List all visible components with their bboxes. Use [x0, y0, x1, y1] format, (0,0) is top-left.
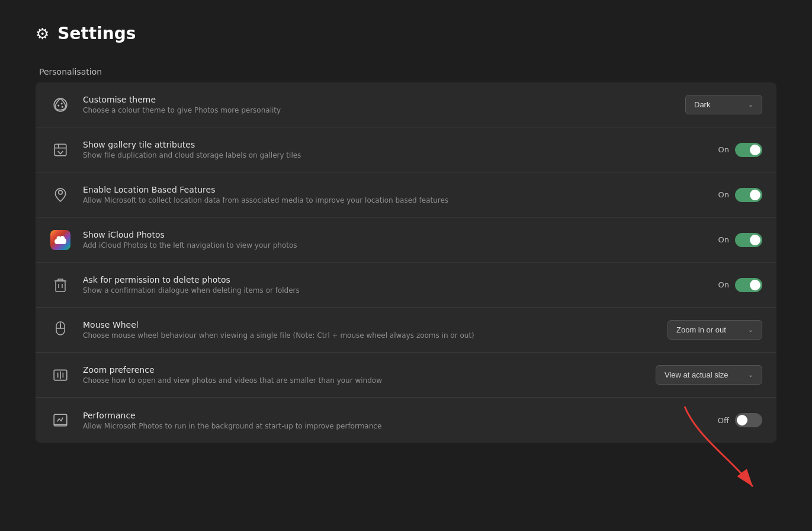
- gallery-toggle[interactable]: [735, 143, 762, 157]
- gear-icon: ⚙: [36, 25, 49, 43]
- zoom-text: Zoom preference Choose how to open and v…: [83, 365, 644, 385]
- location-description: Allow Microsoft to collect location data…: [83, 196, 707, 204]
- section-title: Personalisation: [36, 67, 776, 76]
- performance-toggle[interactable]: [735, 413, 762, 427]
- mouse-dropdown[interactable]: Zoom in or out ⌄: [667, 320, 762, 340]
- gallery-title: Show gallery tile attributes: [83, 140, 707, 149]
- performance-text: Performance Allow Microsoft Photos to ru…: [83, 411, 706, 430]
- row-mouse-wheel: Mouse Wheel Choose mouse wheel behaviour…: [36, 308, 776, 353]
- icloud-toggle-thumb: [750, 235, 760, 245]
- svg-rect-6: [56, 281, 65, 292]
- row-zoom-preference: Zoom preference Choose how to open and v…: [36, 353, 776, 398]
- icloud-icon: [50, 229, 71, 251]
- performance-description: Allow Microsoft Photos to run in the bac…: [83, 422, 706, 430]
- performance-toggle-label: Off: [718, 416, 729, 425]
- delete-control: On: [718, 278, 762, 292]
- gallery-toggle-label: On: [718, 145, 729, 154]
- zoom-dropdown[interactable]: View at actual size ⌄: [656, 365, 762, 385]
- icloud-logo: [50, 230, 70, 250]
- svg-point-2: [61, 103, 63, 104]
- location-text: Enable Location Based Features Allow Mic…: [83, 185, 707, 204]
- location-icon: [50, 184, 71, 206]
- row-icloud: Show iCloud Photos Add iCloud Photos to …: [36, 217, 776, 263]
- row-location: Enable Location Based Features Allow Mic…: [36, 172, 776, 217]
- icloud-toggle-label: On: [718, 235, 729, 244]
- zoom-title: Zoom preference: [83, 365, 644, 375]
- delete-title: Ask for permission to delete photos: [83, 275, 707, 284]
- location-toggle-thumb: [750, 190, 760, 200]
- page-header: ⚙ Settings: [36, 24, 776, 43]
- performance-title: Performance: [83, 411, 706, 420]
- settings-list: Customise theme Choose a colour theme to…: [36, 82, 776, 443]
- location-control: On: [718, 188, 762, 202]
- location-title: Enable Location Based Features: [83, 185, 707, 194]
- location-toggle[interactable]: [735, 188, 762, 202]
- gallery-description: Show file duplication and cloud storage …: [83, 151, 707, 159]
- delete-icon: [50, 274, 71, 296]
- delete-text: Ask for permission to delete photos Show…: [83, 275, 707, 295]
- row-customise-theme: Customise theme Choose a colour theme to…: [36, 82, 776, 127]
- row-delete-permission: Ask for permission to delete photos Show…: [36, 263, 776, 308]
- delete-toggle-thumb: [750, 280, 760, 290]
- performance-control: Off: [718, 413, 762, 427]
- theme-title: Customise theme: [83, 95, 673, 104]
- icloud-toggle[interactable]: [735, 233, 762, 247]
- gallery-icon: [50, 139, 71, 161]
- theme-dropdown[interactable]: Dark ⌄: [685, 95, 762, 114]
- zoom-chevron-icon: ⌄: [748, 371, 753, 379]
- performance-toggle-thumb: [737, 415, 747, 426]
- theme-description: Choose a colour theme to give Photos mor…: [83, 106, 673, 114]
- zoom-control: View at actual size ⌄: [656, 365, 762, 385]
- performance-icon: [50, 410, 71, 431]
- page-title: Settings: [57, 24, 136, 43]
- location-toggle-label: On: [718, 190, 729, 199]
- icloud-title: Show iCloud Photos: [83, 230, 707, 239]
- personalisation-section: Personalisation Customise theme Choose a…: [36, 67, 776, 443]
- svg-point-5: [59, 190, 63, 194]
- icloud-description: Add iCloud Photos to the left navigation…: [83, 241, 707, 249]
- row-performance: Performance Allow Microsoft Photos to ru…: [36, 398, 776, 443]
- mouse-chevron-icon: ⌄: [748, 326, 753, 334]
- mouse-icon: [50, 319, 71, 341]
- delete-description: Show a confirmation dialogue when deleti…: [83, 286, 707, 295]
- mouse-description: Choose mouse wheel behaviour when viewin…: [83, 331, 656, 340]
- mouse-text: Mouse Wheel Choose mouse wheel behaviour…: [83, 320, 656, 340]
- theme-text: Customise theme Choose a colour theme to…: [83, 95, 673, 114]
- delete-toggle-label: On: [718, 280, 729, 289]
- zoom-description: Choose how to open and view photos and v…: [83, 376, 644, 385]
- settings-page: ⚙ Settings Personalisation Customise: [0, 0, 812, 466]
- gallery-text: Show gallery tile attributes Show file d…: [83, 140, 707, 159]
- svg-point-1: [57, 104, 59, 106]
- theme-control: Dark ⌄: [685, 95, 762, 114]
- mouse-control: Zoom in or out ⌄: [667, 320, 762, 340]
- theme-icon: [50, 94, 71, 116]
- icloud-control: On: [718, 233, 762, 247]
- chevron-down-icon: ⌄: [748, 101, 753, 108]
- icloud-text: Show iCloud Photos Add iCloud Photos to …: [83, 230, 707, 249]
- zoom-icon: [50, 364, 71, 386]
- gallery-control: On: [718, 143, 762, 157]
- row-gallery-tile: Show gallery tile attributes Show file d…: [36, 127, 776, 172]
- gallery-toggle-thumb: [750, 145, 760, 155]
- svg-point-3: [62, 105, 63, 107]
- delete-toggle[interactable]: [735, 278, 762, 292]
- mouse-title: Mouse Wheel: [83, 320, 656, 330]
